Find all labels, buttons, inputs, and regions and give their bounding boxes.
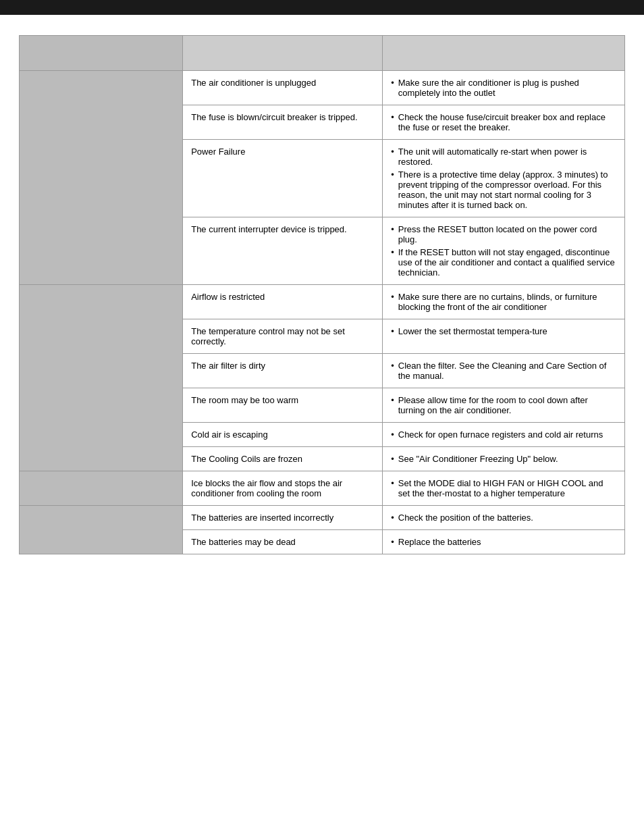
solution-cell-1-0: Make sure there are no curtains, blinds,… [383, 285, 625, 319]
cause-cell-0-0: The air conditioner is unplugged [183, 71, 383, 105]
solution-item-1-3-0: Please allow time for the room to cool d… [391, 395, 616, 415]
cause-cell-0-2: Power Failure [183, 140, 383, 217]
cause-cell-0-3: The current interrupter device is trippe… [183, 217, 383, 285]
header-col2 [183, 36, 383, 71]
group-label-1 [20, 285, 183, 471]
cause-cell-1-3: The room may be too warm [183, 388, 383, 423]
solution-item-1-0-0: Make sure there are no curtains, blinds,… [391, 292, 616, 312]
cause-cell-3-0: The batteries are inserted incorrectly [183, 506, 383, 530]
solution-item-0-1-0: Check the house fuse/circuit breaker box… [391, 112, 616, 132]
group-label-0 [20, 71, 183, 285]
solution-cell-0-1: Check the house fuse/circuit breaker box… [383, 105, 625, 140]
solution-cell-3-1: Replace the batteries [383, 530, 625, 554]
solution-item-1-5-0: See "Air Conditioner Freezing Up" below. [391, 454, 616, 464]
header-col3 [383, 36, 625, 71]
top-bar [0, 0, 644, 15]
solution-item-1-1-0: Lower the set thermostat tempera-ture [391, 326, 616, 336]
group-label-2 [20, 471, 183, 506]
cause-cell-3-1: The batteries may be dead [183, 530, 383, 554]
cause-cell-0-1: The fuse is blown/circuit breaker is tri… [183, 105, 383, 140]
cause-cell-1-1: The temperature control may not be set c… [183, 319, 383, 354]
solution-cell-0-3: Press the RESET button located on the po… [383, 217, 625, 285]
solution-item-2-0-0: Set the MODE dial to HIGH FAN or HIGH CO… [391, 478, 616, 498]
solution-item-3-1-0: Replace the batteries [391, 537, 616, 547]
cause-cell-2-0: Ice blocks the air flow and stops the ai… [183, 471, 383, 506]
cause-cell-1-0: Airflow is restricted [183, 285, 383, 319]
troubleshooting-table: The air conditioner is unpluggedMake sur… [19, 35, 625, 554]
solution-item-0-3-1: If the RESET button will not stay engage… [391, 247, 616, 278]
cause-cell-1-5: The Cooling Coils are frozen [183, 447, 383, 471]
solution-cell-1-3: Please allow time for the room to cool d… [383, 388, 625, 423]
solution-cell-3-0: Check the position of the batteries. [383, 506, 625, 530]
solution-item-0-2-0: The unit will automatically re-start whe… [391, 147, 616, 167]
solution-cell-2-0: Set the MODE dial to HIGH FAN or HIGH CO… [383, 471, 625, 506]
page-content: The air conditioner is unpluggedMake sur… [0, 15, 644, 575]
solution-cell-0-2: The unit will automatically re-start whe… [383, 140, 625, 217]
solution-cell-0-0: Make sure the air conditioner is plug is… [383, 71, 625, 105]
solution-item-3-0-0: Check the position of the batteries. [391, 513, 616, 523]
solution-item-1-2-0: Clean the filter. See the Cleaning and C… [391, 361, 616, 381]
solution-item-0-0-0: Make sure the air conditioner is plug is… [391, 78, 616, 98]
solution-cell-1-5: See "Air Conditioner Freezing Up" below. [383, 447, 625, 471]
solution-item-0-3-0: Press the RESET button located on the po… [391, 224, 616, 244]
cause-cell-1-4: Cold air is escaping [183, 423, 383, 447]
solution-cell-1-4: Check for open furnace registers and col… [383, 423, 625, 447]
cause-cell-1-2: The air filter is dirty [183, 354, 383, 388]
solution-cell-1-1: Lower the set thermostat tempera-ture [383, 319, 625, 354]
group-label-3 [20, 506, 183, 554]
solution-cell-1-2: Clean the filter. See the Cleaning and C… [383, 354, 625, 388]
header-col1 [20, 36, 183, 71]
solution-item-0-2-1: There is a protective time delay (approx… [391, 170, 616, 210]
solution-item-1-4-0: Check for open furnace registers and col… [391, 429, 616, 440]
